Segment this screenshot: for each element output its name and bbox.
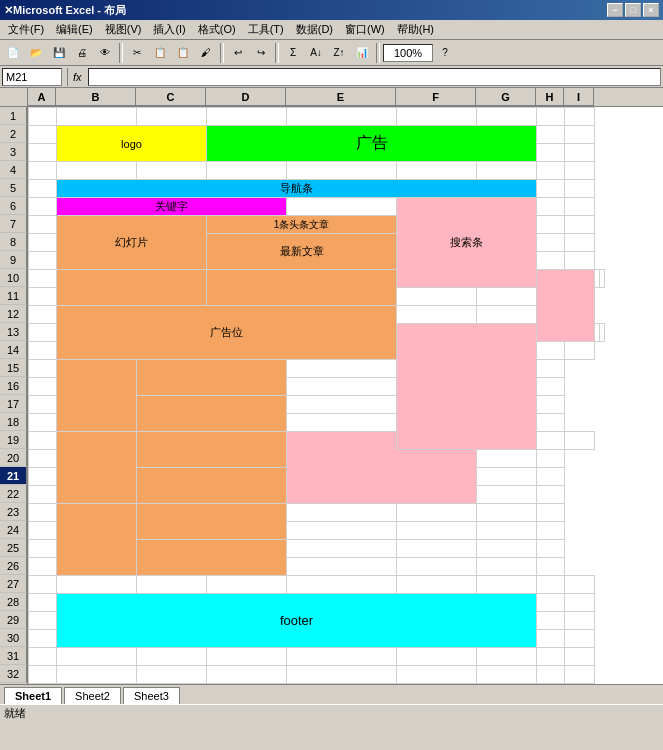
cell-h22[interactable] (477, 486, 537, 504)
menu-data[interactable]: 数据(D) (290, 20, 339, 39)
cell-h1[interactable] (537, 108, 565, 126)
cell-i19[interactable] (565, 432, 595, 450)
cell-nav[interactable]: 导航条 (57, 180, 537, 198)
preview-button[interactable]: 👁 (94, 42, 116, 64)
menu-help[interactable]: 帮助(H) (391, 20, 440, 39)
cell-h31[interactable] (537, 648, 565, 666)
cell-c31[interactable] (137, 648, 207, 666)
cell-i25[interactable] (537, 540, 565, 558)
cell-a5[interactable] (29, 180, 57, 198)
cell-g24[interactable] (397, 522, 477, 540)
cell-i22[interactable] (537, 486, 565, 504)
cell-i18[interactable] (537, 414, 565, 432)
cell-g32[interactable] (477, 666, 537, 684)
row-2[interactable]: 2 (0, 125, 27, 143)
cell-a29[interactable] (29, 612, 57, 630)
cell-thumb-top[interactable] (137, 360, 287, 396)
cell-a11[interactable] (29, 288, 57, 306)
cell-thumb-bot[interactable] (137, 432, 287, 468)
cell-h15[interactable] (287, 360, 397, 378)
cell-i6[interactable] (565, 198, 595, 216)
minimize-button[interactable]: − (607, 3, 623, 17)
cell-i5[interactable] (565, 180, 595, 198)
row-10[interactable]: 10 (0, 269, 27, 287)
cell-i20[interactable] (537, 450, 565, 468)
cell-a2[interactable] (29, 126, 57, 144)
cell-i10[interactable] (600, 270, 605, 288)
cell-thumb-mid[interactable] (137, 396, 287, 432)
col-header-a[interactable]: A (28, 88, 56, 106)
row-15[interactable]: 15 (0, 359, 27, 377)
cell-h26[interactable] (477, 558, 537, 576)
cell-d1[interactable] (207, 108, 287, 126)
undo-button[interactable]: ↩ (227, 42, 249, 64)
cell-h7[interactable] (537, 216, 565, 234)
cell-h12[interactable] (397, 306, 477, 324)
cell-f32[interactable] (397, 666, 477, 684)
cell-h25[interactable] (477, 540, 537, 558)
help-button[interactable]: ? (434, 42, 456, 64)
row-1[interactable]: 1 (0, 107, 27, 125)
cell-b32[interactable] (57, 666, 137, 684)
cell-a9[interactable] (29, 252, 57, 270)
cell-f31[interactable] (397, 648, 477, 666)
cell-i24[interactable] (537, 522, 565, 540)
cell-keyword[interactable]: 关键字 (57, 198, 287, 216)
cell-c1[interactable] (137, 108, 207, 126)
cell-e32[interactable] (287, 666, 397, 684)
sheet-tab-3[interactable]: Sheet3 (123, 687, 180, 704)
cell-bottom-right-bot[interactable] (137, 540, 287, 576)
cell-i28[interactable] (565, 594, 595, 612)
cell-a8[interactable] (29, 234, 57, 252)
cell-thumb-left[interactable] (57, 360, 137, 432)
menu-format[interactable]: 格式(O) (192, 20, 242, 39)
cell-a3[interactable] (29, 144, 57, 162)
col-header-i[interactable]: I (564, 88, 594, 106)
cell-a20[interactable] (29, 450, 57, 468)
cell-g4[interactable] (477, 162, 537, 180)
cell-i23[interactable] (537, 504, 565, 522)
cell-i29[interactable] (565, 612, 595, 630)
row-17[interactable]: 17 (0, 395, 27, 413)
cell-reference-box[interactable]: M21 (2, 68, 62, 86)
cell-e6[interactable] (287, 198, 397, 216)
row-24[interactable]: 24 (0, 521, 27, 539)
cut-button[interactable]: ✂ (126, 42, 148, 64)
cell-e31[interactable] (287, 648, 397, 666)
copy-button[interactable]: 📋 (149, 42, 171, 64)
cell-bottom-mid[interactable] (137, 468, 287, 504)
cell-a27[interactable] (29, 576, 57, 594)
cell-c32[interactable] (137, 666, 207, 684)
cell-c27[interactable] (137, 576, 207, 594)
row-13[interactable]: 13 (0, 323, 27, 341)
cell-i26[interactable] (537, 558, 565, 576)
cell-f4[interactable] (397, 162, 477, 180)
row-19[interactable]: 19 (0, 431, 27, 449)
cell-i30[interactable] (565, 630, 595, 648)
row-8[interactable]: 8 (0, 233, 27, 251)
cell-a14[interactable] (29, 342, 57, 360)
col-header-h[interactable]: H (536, 88, 564, 106)
chart-button[interactable]: 📊 (351, 42, 373, 64)
cell-g25[interactable] (397, 540, 477, 558)
print-button[interactable]: 🖨 (71, 42, 93, 64)
cell-h3[interactable] (537, 144, 565, 162)
cell-g1[interactable] (477, 108, 537, 126)
cell-h18[interactable] (287, 414, 397, 432)
cell-a4[interactable] (29, 162, 57, 180)
cell-i31[interactable] (565, 648, 595, 666)
cell-a15[interactable] (29, 360, 57, 378)
cell-footer[interactable]: footer (57, 594, 537, 648)
cell-sidebar-top[interactable] (537, 270, 595, 342)
col-header-e[interactable]: E (286, 88, 396, 106)
row-9[interactable]: 9 (0, 251, 27, 269)
cell-d4[interactable] (207, 162, 287, 180)
row-5[interactable]: 5 (0, 179, 27, 197)
cell-slideshow[interactable]: 幻灯片 (57, 216, 207, 270)
cell-i9[interactable] (565, 252, 595, 270)
cell-h16[interactable] (287, 378, 397, 396)
row-18[interactable]: 18 (0, 413, 27, 431)
open-button[interactable]: 📂 (25, 42, 47, 64)
cell-h14[interactable] (537, 342, 565, 360)
cell-a22[interactable] (29, 486, 57, 504)
